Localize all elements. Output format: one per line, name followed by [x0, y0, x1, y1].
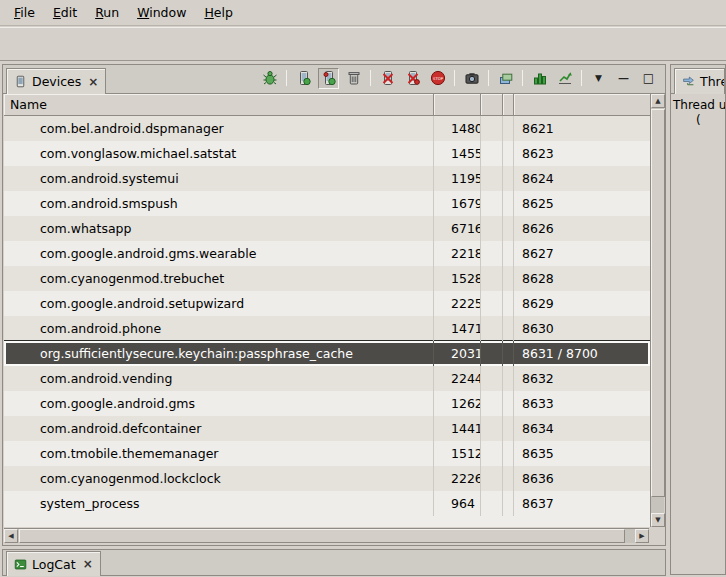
minimize-glyph: — [618, 73, 629, 84]
cell-empty [481, 116, 503, 141]
cell-empty [503, 191, 514, 216]
menu-help[interactable]: Help [196, 2, 241, 23]
cause-gc-icon[interactable] [343, 68, 364, 89]
tab-threads[interactable]: Threads [674, 68, 725, 94]
vertical-scrollbar[interactable]: ▲ ▼ [650, 94, 664, 527]
update-threads-icon[interactable] [377, 68, 398, 89]
cell-name: com.vonglasow.michael.satstat [4, 141, 434, 166]
toolbar-separator [522, 70, 523, 86]
devices-tabbar: Devices × [3, 65, 665, 94]
threads-message: Thread up ( [671, 94, 725, 128]
menu-file[interactable]: File [6, 2, 43, 23]
minimize-icon[interactable]: — [613, 68, 634, 89]
cell-pid: 22440 [434, 366, 481, 391]
table-row[interactable]: system_process9648637 [4, 491, 650, 516]
menu-window[interactable]: Window [129, 2, 194, 23]
column-header-port [514, 94, 650, 116]
table-row[interactable]: com.vonglasow.michael.satstat145538623 [4, 141, 650, 166]
toolbar-separator [370, 70, 371, 86]
menu-edit-rest: dit [61, 5, 77, 20]
column-header-name[interactable]: Name [4, 94, 434, 116]
cell-empty [481, 166, 503, 191]
scroll-down-icon[interactable]: ▼ [651, 513, 665, 527]
debug-process-icon[interactable] [259, 68, 280, 89]
main-toolbar [0, 27, 726, 61]
tab-logcat[interactable]: LogCat × [6, 551, 101, 576]
update-heap-icon[interactable] [293, 68, 314, 89]
table-row[interactable]: com.android.defcontainer144118634 [4, 416, 650, 441]
cell-pid: 20311 [434, 341, 481, 366]
table-row[interactable]: com.tmobile.thememanager15128635 [4, 441, 650, 466]
dump-hprof-icon[interactable] [318, 68, 339, 89]
allocation-tracker-icon[interactable] [554, 68, 575, 89]
cell-name: org.sufficientlysecure.keychain:passphra… [4, 341, 434, 366]
menu-run[interactable]: Run [87, 2, 127, 23]
cell-name: com.whatsapp [4, 216, 434, 241]
table-row[interactable]: com.android.systemui11958624 [4, 166, 650, 191]
cell-pid: 6716 [434, 216, 481, 241]
cell-empty [481, 366, 503, 391]
view-menu-icon[interactable]: ▼ [588, 68, 609, 89]
cell-port: 8629 [514, 291, 650, 316]
scroll-right-icon[interactable]: ▶ [635, 529, 649, 543]
menu-window-mnemonic: W [137, 5, 149, 20]
devices-toolbar: STOP ▼ — □ [259, 68, 665, 89]
hierarchy-view-icon[interactable] [495, 68, 516, 89]
cell-port: 8631 / 8700 [514, 341, 650, 366]
cell-empty [481, 266, 503, 291]
cell-empty [481, 241, 503, 266]
threads-tabbar: Threads [671, 65, 725, 94]
vertical-scroll-thumb[interactable] [651, 109, 665, 497]
stop-process-icon[interactable]: STOP [427, 68, 448, 89]
cell-port: 8635 [514, 441, 650, 466]
cell-port: 8625 [514, 191, 650, 216]
screen-capture-icon[interactable] [461, 68, 482, 89]
cell-port: 8637 [514, 491, 650, 516]
table-row[interactable]: com.bel.android.dspmanager14808621 [4, 116, 650, 141]
cell-pid: 1471 [434, 316, 481, 341]
cell-port: 8621 [514, 116, 650, 141]
cell-name: com.android.smspush [4, 191, 434, 216]
cell-port: 8632 [514, 366, 650, 391]
scroll-up-icon[interactable]: ▲ [651, 94, 665, 108]
cell-empty [481, 341, 503, 366]
table-row[interactable]: com.android.vending224408632 [4, 366, 650, 391]
close-icon[interactable]: × [88, 75, 98, 89]
cell-name: com.android.vending [4, 366, 434, 391]
table-row[interactable]: com.cyanogenmod.trebuchet15288628 [4, 266, 650, 291]
cell-empty [503, 466, 514, 491]
scroll-left-icon[interactable]: ◀ [4, 529, 18, 543]
table-row[interactable]: com.google.android.gms.wearable221858627 [4, 241, 650, 266]
table-row[interactable]: com.android.smspush16798625 [4, 191, 650, 216]
horizontal-scrollbar[interactable]: ◀ ▶ [4, 528, 649, 543]
cell-name: com.cyanogenmod.trebuchet [4, 266, 434, 291]
tab-devices[interactable]: Devices × [6, 68, 106, 94]
table-row[interactable]: com.google.android.setupwizard222508629 [4, 291, 650, 316]
toolbar-separator [454, 70, 455, 86]
maximize-icon[interactable]: □ [638, 68, 659, 89]
cell-name: com.android.phone [4, 316, 434, 341]
table-row[interactable]: com.whatsapp67168626 [4, 216, 650, 241]
tab-logcat-label: LogCat [32, 557, 76, 572]
cell-empty [481, 416, 503, 441]
cell-empty [481, 291, 503, 316]
chevron-down-icon: ▼ [595, 74, 602, 83]
table-row[interactable]: com.google.android.gms126238633 [4, 391, 650, 416]
table-row-selected[interactable]: org.sufficientlysecure.keychain:passphra… [4, 341, 650, 366]
heap-updates-icon[interactable] [529, 68, 550, 89]
stop-label: STOP [432, 76, 443, 81]
close-icon[interactable]: × [83, 557, 93, 571]
menu-run-rest: un [103, 5, 119, 20]
horizontal-scroll-thumb[interactable] [19, 529, 625, 543]
device-icon [14, 75, 27, 88]
menu-edit[interactable]: Edit [45, 2, 85, 23]
maximize-glyph: □ [643, 72, 654, 84]
cell-empty [481, 491, 503, 516]
table-row[interactable]: com.cyanogenmod.lockclock222658636 [4, 466, 650, 491]
table-row[interactable]: com.android.phone14718630 [4, 316, 650, 341]
method-profiling-icon[interactable] [402, 68, 423, 89]
cell-empty [503, 491, 514, 516]
cell-empty [481, 391, 503, 416]
cell-port: 8627 [514, 241, 650, 266]
column-header-blank [481, 94, 503, 116]
